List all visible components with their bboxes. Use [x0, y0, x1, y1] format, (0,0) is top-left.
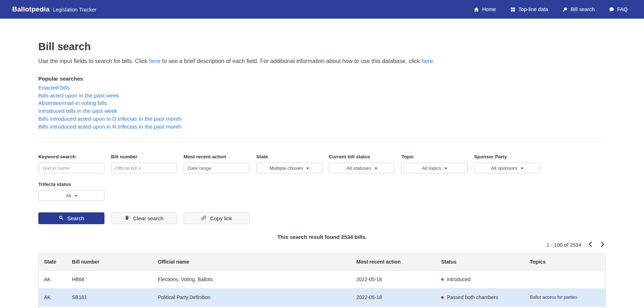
status-dot-icon: [441, 296, 444, 299]
grid-icon: [510, 7, 516, 12]
cell-bill-number: SB161: [67, 288, 152, 306]
cell-bill-number: SB39: [67, 306, 152, 308]
filter-label: State: [256, 154, 322, 159]
filter-label: Trifecta status: [38, 182, 104, 187]
cell-topics: Ballot access for parties: [525, 288, 605, 306]
field-description-link[interactable]: here: [149, 58, 160, 64]
status-label: Introduced: [447, 276, 470, 282]
column-header-state: State: [39, 254, 67, 270]
nav-item-label: Home: [482, 6, 496, 12]
nav-item-faq[interactable]: FAQ: [609, 6, 628, 12]
filter-label: Sponsor Party: [474, 154, 540, 159]
clear-search-button[interactable]: Clear search: [111, 212, 177, 224]
brand[interactable]: Ballotpedia Legislation Tracker: [12, 5, 96, 13]
popular-link-r-trifectas[interactable]: Bills introduced acted upon in R trifect…: [38, 123, 606, 131]
chevron-down-icon: [306, 168, 309, 169]
popular-link-acted-past-week[interactable]: Bills acted upon in the past week: [38, 92, 606, 100]
nav-item-label: Top-line data: [518, 6, 548, 12]
results-count-number: 2534: [341, 234, 353, 240]
page-title: Bill search: [38, 41, 606, 53]
clear-search-button-label: Clear search: [133, 215, 164, 221]
popular-searches-heading: Popular searches: [38, 76, 606, 82]
filter-label: Keyword search: [38, 154, 104, 159]
table-row[interactable]: AK HB66 Elections, Voting, Ballots 2022-…: [39, 270, 605, 288]
select-value: All topics: [422, 165, 441, 171]
column-header-most-recent-action: Most recent action: [351, 254, 436, 270]
cell-official-name: Elections, Voting, Ballots: [152, 270, 351, 288]
chat-bubble-icon: [609, 7, 614, 12]
column-header-topics: Topics: [525, 254, 605, 270]
date-range-input[interactable]: [184, 163, 250, 173]
search-button[interactable]: Search: [38, 212, 104, 224]
link-icon: [201, 215, 206, 222]
results-prefix: This search result found: [277, 234, 341, 240]
copy-link-button[interactable]: Copy link: [184, 212, 250, 224]
column-header-status: Status: [436, 254, 525, 270]
select-value: All sponsors: [491, 165, 517, 171]
cell-official-name: Political Party Definition: [152, 288, 351, 306]
filter-keyword: Keyword search: [38, 154, 104, 173]
pagination-range: 1 - 100 of 2534: [546, 242, 581, 248]
next-page-button[interactable]: [599, 241, 606, 249]
filter-recent-action: Most recent action: [184, 154, 250, 173]
cell-state: AK: [39, 306, 67, 308]
filter-sponsor-party: Sponsor Party All sponsors: [474, 154, 540, 173]
intro-part1: Use the input fields to search for bills…: [38, 58, 149, 64]
previous-page-button[interactable]: [587, 241, 594, 249]
section-divider: [38, 141, 606, 141]
keyword-search-input[interactable]: [38, 163, 104, 173]
filter-label: Bill number: [111, 154, 177, 159]
chevron-down-icon: [521, 168, 523, 169]
bill-number-input[interactable]: [111, 163, 177, 173]
nav-item-topline-data[interactable]: Top-line data: [510, 6, 548, 12]
popular-link-enacted-bills[interactable]: Enacted bills: [38, 84, 606, 92]
trash-icon: [125, 215, 130, 221]
popular-link-absentee-voting[interactable]: Absentee/mail-in voting bills: [38, 99, 606, 107]
nav-menu: Home Top-line data Bill search FAQ: [474, 6, 628, 12]
nav-item-label: FAQ: [617, 6, 628, 12]
cell-official-name: Ballot Custody/tampering; Voter Reg; Mai…: [152, 306, 351, 308]
brand-subtitle: Legislation Tracker: [53, 7, 97, 13]
results-table: State Bill number Official name Most rec…: [38, 253, 606, 308]
sponsor-party-select[interactable]: All sponsors: [474, 163, 540, 173]
database-help-link[interactable]: here.: [421, 58, 434, 64]
main-content: Bill search Use the input fields to sear…: [0, 41, 644, 308]
popular-link-d-trifectas[interactable]: Bills introduced acted upon in D trifect…: [38, 115, 606, 123]
results-count: This search result found 2534 bills.: [38, 234, 606, 240]
cell-state: AK: [39, 288, 67, 306]
filter-label: Most recent action: [184, 154, 250, 159]
popular-searches-list: Enacted bills Bills acted upon in the pa…: [38, 84, 606, 130]
cell-most-recent-action: 2022-05-18: [351, 270, 436, 288]
cell-bill-number: HB66: [67, 270, 152, 288]
table-row[interactable]: AK SB39 Ballot Custody/tampering; Voter …: [39, 306, 605, 308]
brand-name: Ballotpedia: [12, 5, 50, 13]
select-value: Multiple chosen: [269, 165, 303, 171]
intro-part2: to see a brief description of each field…: [161, 58, 421, 64]
search-button-label: Search: [67, 215, 84, 221]
pagination: 1 - 100 of 2534: [38, 241, 606, 249]
select-value: All: [65, 193, 71, 198]
cell-most-recent-action: 2022-05-03: [351, 306, 436, 308]
column-header-official-name: Official name: [152, 254, 351, 270]
filter-state: State Multiple chosen: [256, 154, 322, 173]
trifecta-status-select[interactable]: All: [38, 190, 104, 201]
top-nav: Ballotpedia Legislation Tracker Home Top…: [0, 0, 644, 19]
popular-link-introduced-past-week[interactable]: Introduced bills in the past week: [38, 107, 606, 115]
nav-item-bill-search[interactable]: Bill search: [562, 6, 595, 12]
topic-select[interactable]: All topics: [401, 163, 468, 173]
copy-link-button-label: Copy link: [210, 215, 232, 221]
status-badge: Passed both chambers: [441, 294, 525, 300]
chevron-down-icon: [444, 168, 447, 169]
intro-text: Use the input fields to search for bills…: [38, 58, 606, 64]
filter-topic: Topic All topics: [401, 154, 468, 173]
status-dot-icon: [441, 278, 444, 281]
cell-most-recent-action: 2022-05-18: [351, 288, 436, 306]
bill-status-select[interactable]: All statuses: [329, 163, 395, 173]
chevron-left-icon: [588, 241, 593, 248]
home-icon: [474, 7, 479, 12]
state-select[interactable]: Multiple chosen: [256, 163, 322, 173]
table-row[interactable]: AK SB161 Political Party Definition 2022…: [39, 288, 605, 306]
nav-item-label: Bill search: [571, 6, 595, 12]
status-badge: Introduced: [441, 276, 525, 282]
nav-item-home[interactable]: Home: [474, 6, 496, 12]
